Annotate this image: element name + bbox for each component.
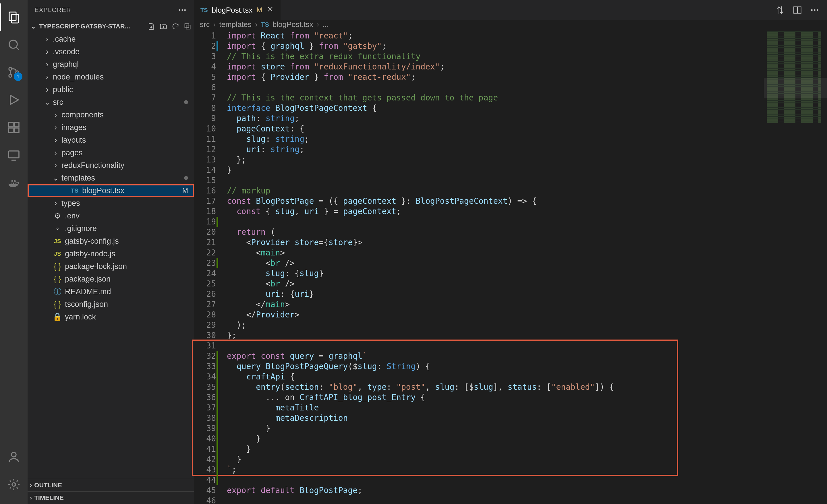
svg-point-32 xyxy=(817,9,818,11)
source-control-icon[interactable]: 1 xyxy=(0,58,28,86)
folder-row[interactable]: ›components xyxy=(28,108,194,121)
file-row[interactable]: ⚙.env xyxy=(28,209,194,222)
chevron-icon: › xyxy=(44,47,50,56)
split-editor-icon[interactable] xyxy=(792,5,802,15)
outline-label: OUTLINE xyxy=(34,482,62,489)
breadcrumb-item[interactable]: blogPost.tsx xyxy=(273,20,313,29)
tree-item-label: .cache xyxy=(53,35,76,44)
explorer-icon[interactable] xyxy=(0,3,28,31)
svg-rect-1 xyxy=(11,14,18,23)
folder-row[interactable]: ›graphql xyxy=(28,58,194,70)
editor-tab[interactable]: TS blogPost.tsx M xyxy=(194,0,281,20)
svg-point-5 xyxy=(9,74,12,77)
close-icon[interactable] xyxy=(266,5,274,15)
breadcrumb-item[interactable]: ... xyxy=(323,20,329,29)
folder-row[interactable]: ›.vscode xyxy=(28,45,194,58)
file-row[interactable]: ⓘREADME.md xyxy=(28,285,194,298)
tree-item-label: package.json xyxy=(65,275,110,284)
project-section[interactable]: ⌄ TYPESCRIPT-GATSBY-STAR... xyxy=(28,20,194,33)
tree-item-label: pages xyxy=(61,148,83,157)
tab-filename: blogPost.tsx xyxy=(212,6,253,15)
minimap[interactable] xyxy=(764,29,827,504)
git-gutter-indicator xyxy=(216,41,218,51)
extensions-icon[interactable] xyxy=(0,114,28,141)
tab-bar: TS blogPost.tsx M xyxy=(194,0,827,20)
tree-item-label: types xyxy=(61,199,80,208)
file-row[interactable]: TSblogPost.tsxM xyxy=(28,184,194,197)
tree-item-label: graphql xyxy=(53,60,79,69)
svg-line-3 xyxy=(16,47,19,50)
chevron-icon: › xyxy=(53,199,59,208)
search-icon[interactable] xyxy=(0,31,28,58)
editor-body[interactable]: 1234567891011121314151617181920212223242… xyxy=(194,29,827,504)
folder-row[interactable]: ›types xyxy=(28,197,194,209)
tree-item-label: yarn.lock xyxy=(65,312,96,321)
svg-point-4 xyxy=(9,67,12,70)
folder-row[interactable]: ›images xyxy=(28,121,194,134)
activity-bar: 1 xyxy=(0,0,28,504)
chevron-icon: › xyxy=(44,35,50,44)
tree-item-label: templates xyxy=(61,173,95,183)
settings-gear-icon[interactable] xyxy=(0,471,28,498)
chevron-icon: › xyxy=(53,161,59,170)
code-content[interactable]: import React from "react";import { graph… xyxy=(222,29,827,504)
run-debug-icon[interactable] xyxy=(0,86,28,114)
chevron-icon: › xyxy=(44,72,50,82)
folder-row[interactable]: ⌄src xyxy=(28,96,194,108)
folder-row[interactable]: ›reduxFunctionality xyxy=(28,159,194,172)
folder-row[interactable]: ⌄templates xyxy=(28,172,194,184)
folder-row[interactable]: ›pages xyxy=(28,146,194,159)
svg-rect-9 xyxy=(14,122,19,127)
accounts-icon[interactable] xyxy=(0,443,28,471)
tree-item-label: node_modules xyxy=(53,72,104,82)
tree-item-label: gatsby-config.js xyxy=(65,237,119,246)
breadcrumb-item[interactable]: src xyxy=(200,20,210,29)
folder-row[interactable]: ›layouts xyxy=(28,134,194,146)
tree-item-label: blogPost.tsx xyxy=(82,186,124,195)
file-row[interactable]: { }package.json xyxy=(28,273,194,285)
file-row[interactable]: { }tsconfig.json xyxy=(28,298,194,310)
breadcrumbs[interactable]: src › templates › TS blogPost.tsx › ... xyxy=(194,20,827,29)
folder-row[interactable]: ›.cache xyxy=(28,33,194,45)
tree-item-label: .gitignore xyxy=(65,224,97,233)
tree-item-label: components xyxy=(61,110,104,119)
folder-row[interactable]: ›node_modules xyxy=(28,70,194,83)
new-file-icon[interactable] xyxy=(147,22,155,31)
chevron-icon: › xyxy=(44,60,50,69)
svg-point-17 xyxy=(182,9,183,11)
sidebar-header: EXPLORER xyxy=(28,0,194,20)
svg-point-16 xyxy=(179,9,180,11)
breadcrumb-item[interactable]: templates xyxy=(219,20,251,29)
outline-section[interactable]: › OUTLINE xyxy=(28,479,194,491)
docker-icon[interactable] xyxy=(0,169,28,196)
new-folder-icon[interactable] xyxy=(159,22,167,31)
file-row[interactable]: JSgatsby-node.js xyxy=(28,247,194,260)
more-icon[interactable] xyxy=(810,5,820,15)
file-row[interactable]: { }package-lock.json xyxy=(28,260,194,273)
tab-modified-badge: M xyxy=(256,6,262,14)
tree-item-label: tsconfig.json xyxy=(65,300,108,309)
remote-icon[interactable] xyxy=(0,141,28,169)
sidebar: EXPLORER ⌄ TYPESCRIPT-GATSBY-STAR... ›.c… xyxy=(28,0,194,504)
tree-item-label: gatsby-node.js xyxy=(65,249,115,258)
chevron-down-icon: ⌄ xyxy=(30,23,37,30)
tree-item-label: .vscode xyxy=(53,47,80,56)
file-row[interactable]: JSgatsby-config.js xyxy=(28,235,194,247)
svg-point-31 xyxy=(814,9,816,11)
timeline-section[interactable]: › TIMELINE xyxy=(28,491,194,504)
folder-row[interactable]: ›public xyxy=(28,83,194,96)
more-icon[interactable] xyxy=(178,5,187,15)
chevron-right-icon: › xyxy=(30,482,32,489)
chevron-icon: › xyxy=(53,136,59,145)
file-row[interactable]: 🔒yarn.lock xyxy=(28,310,194,323)
refresh-icon[interactable] xyxy=(172,22,180,31)
compare-changes-icon[interactable] xyxy=(775,5,785,15)
tree-item-label: README.md xyxy=(65,287,111,296)
modified-dot-icon xyxy=(184,100,188,104)
file-row[interactable]: ◦.gitignore xyxy=(28,222,194,235)
minimap-viewport[interactable] xyxy=(764,78,827,98)
tree-item-label: images xyxy=(61,123,87,132)
collapse-all-icon[interactable] xyxy=(184,22,192,31)
tree-item-label: package-lock.json xyxy=(65,262,127,271)
file-tree[interactable]: ›.cache›.vscode›graphql›node_modules›pub… xyxy=(28,33,194,479)
